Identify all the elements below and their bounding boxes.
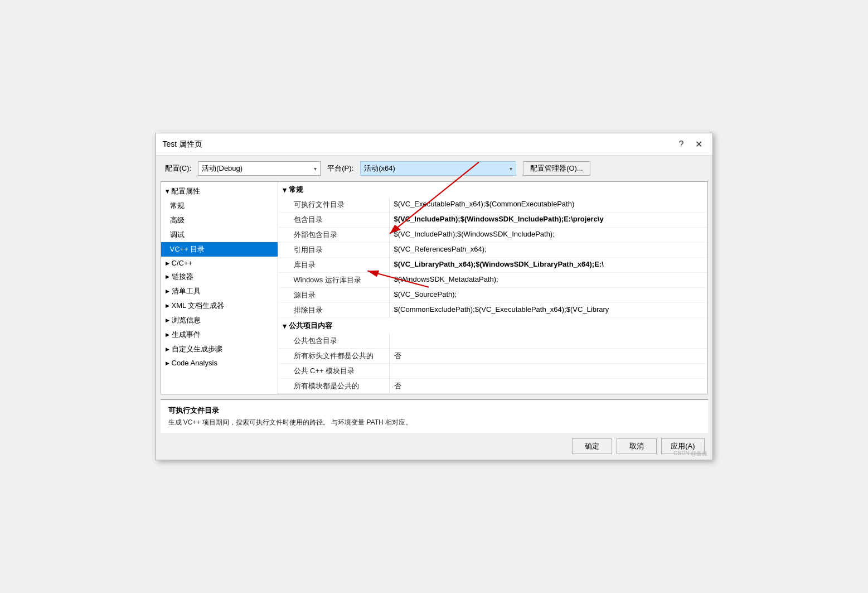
prop-value: 否 <box>390 349 707 363</box>
table-row[interactable]: 排除目录 $(CommonExcludePath);$(VC_Executabl… <box>278 303 707 318</box>
sidebar-item-label: 高级 <box>170 215 185 225</box>
prop-name: 外部包含目录 <box>278 228 390 242</box>
prop-value: $(VC_IncludePath);$(WindowsSDK_IncludePa… <box>390 213 707 227</box>
prop-value: $(WindowsSDK_MetadataPath); <box>390 273 707 287</box>
table-row[interactable]: 包含目录 $(VC_IncludePath);$(WindowsSDK_Incl… <box>278 213 707 228</box>
sidebar-item-browse[interactable]: ▶ 浏览信息 <box>161 313 278 327</box>
bottom-bar: 确定 取消 应用(A) <box>156 433 712 460</box>
platform-value: 活动(x64) <box>364 163 395 173</box>
prop-value <box>390 334 707 348</box>
table-row[interactable]: 库目录 $(VC_LibraryPath_x64);$(WindowsSDK_L… <box>278 258 707 273</box>
sidebar-item-advanced[interactable]: 高级 <box>161 213 278 228</box>
prop-name: 公共包含目录 <box>278 334 390 348</box>
properties-table: ▾ 常规 可执行文件目录 $(VC_ExecutablePath_x64);$(… <box>278 182 707 394</box>
expand-icon: ▶ <box>166 332 169 338</box>
platform-select[interactable]: 活动(x64) ▾ <box>360 161 516 176</box>
expand-icon: ▶ <box>166 346 169 352</box>
help-button[interactable]: ? <box>676 138 687 151</box>
config-select[interactable]: 活动(Debug) ▾ <box>198 161 321 176</box>
prop-name: 源目录 <box>278 288 390 302</box>
table-row[interactable]: 所有标头文件都是公共的 否 <box>278 349 707 364</box>
content-area: ▾ 常规 可执行文件目录 $(VC_ExecutablePath_x64);$(… <box>278 182 707 394</box>
title-bar-controls: ? ✕ <box>676 138 706 151</box>
sidebar-item-linker[interactable]: ▶ 链接器 <box>161 269 278 284</box>
expand-icon: ▶ <box>166 288 169 294</box>
ok-button[interactable]: 确定 <box>572 438 612 454</box>
prop-value: $(CommonExcludePath);$(VC_ExecutablePath… <box>390 303 707 317</box>
expand-icon: ▶ <box>166 261 169 266</box>
prop-value: $(VC_IncludePath);$(WindowsSDK_IncludePa… <box>390 228 707 242</box>
config-manager-button[interactable]: 配置管理器(O)... <box>523 161 590 176</box>
section-public-header[interactable]: ▾ 公共项目内容 <box>278 318 707 334</box>
sidebar-item-code-analysis[interactable]: ▶ Code Analysis <box>161 356 278 369</box>
info-description: 生成 VC++ 项目期间，搜索可执行文件时使用的路径。 与环境变量 PATH 相… <box>168 418 700 427</box>
table-row[interactable]: 所有模块都是公共的 否 <box>278 379 707 394</box>
section-collapse-icon: ▾ <box>283 186 287 194</box>
prop-name: 所有标头文件都是公共的 <box>278 349 390 363</box>
config-arrow-icon: ▾ <box>314 166 317 172</box>
sidebar-item-build-events[interactable]: ▶ 生成事件 <box>161 327 278 342</box>
sidebar-item-label: 生成事件 <box>172 330 201 340</box>
watermark: CSDN @蔷薇 <box>673 450 707 457</box>
table-row[interactable]: 可执行文件目录 $(VC_ExecutablePath_x64);$(Commo… <box>278 197 707 213</box>
section-title: 常规 <box>289 185 303 195</box>
table-row[interactable]: 公共包含目录 <box>278 334 707 349</box>
prop-value <box>390 364 707 378</box>
sidebar-item-vcpp[interactable]: VC++ 目录 <box>161 242 278 257</box>
table-row[interactable]: 引用目录 $(VC_ReferencesPath_x64); <box>278 243 707 258</box>
prop-name: 可执行文件目录 <box>278 197 390 212</box>
sidebar-item-label: 自定义生成步骤 <box>172 344 222 354</box>
sidebar-item-xml[interactable]: ▶ XML 文档生成器 <box>161 298 278 313</box>
section-general-header[interactable]: ▾ 常规 <box>278 182 707 197</box>
sidebar-item-label: 浏览信息 <box>172 315 201 325</box>
config-value: 活动(Debug) <box>202 163 243 173</box>
close-button[interactable]: ✕ <box>692 138 706 151</box>
cancel-button[interactable]: 取消 <box>617 438 657 454</box>
dialog-title: Test 属性页 <box>163 139 203 150</box>
prop-value: 否 <box>390 379 707 393</box>
prop-name: 引用目录 <box>278 243 390 257</box>
sidebar-item-label: 常规 <box>170 201 185 211</box>
sidebar-item-label: 调试 <box>170 230 185 240</box>
platform-label: 平台(P): <box>327 163 353 173</box>
prop-name: 公共 C++ 模块目录 <box>278 364 390 378</box>
platform-arrow-icon: ▾ <box>510 166 512 172</box>
table-row[interactable]: 公共 C++ 模块目录 <box>278 364 707 379</box>
section-collapse-icon: ▾ <box>283 322 287 330</box>
prop-name: Windows 运行库目录 <box>278 273 390 287</box>
expand-icon: ▶ <box>166 360 169 366</box>
sidebar-item-label: 链接器 <box>172 272 193 282</box>
sidebar-item-general[interactable]: 常规 <box>161 199 278 213</box>
table-row[interactable]: Windows 运行库目录 $(WindowsSDK_MetadataPath)… <box>278 273 707 288</box>
prop-value: $(VC_SourcePath); <box>390 288 707 302</box>
sidebar-item-label: VC++ 目录 <box>170 244 205 254</box>
title-bar: Test 属性页 ? ✕ <box>156 133 712 156</box>
sidebar-item-label: C/C++ <box>172 259 193 267</box>
sidebar-root[interactable]: ▾ 配置属性 <box>161 184 278 199</box>
prop-name: 排除目录 <box>278 303 390 317</box>
prop-value: $(VC_ReferencesPath_x64); <box>390 243 707 257</box>
config-label: 配置(C): <box>165 163 192 173</box>
sidebar-item-custom-build[interactable]: ▶ 自定义生成步骤 <box>161 342 278 356</box>
prop-value: $(VC_ExecutablePath_x64);$(CommonExecuta… <box>390 197 707 212</box>
sidebar: ▾ 配置属性 常规 高级 调试 VC++ 目录 ▶ C/C++ ▶ 链接器 <box>161 182 278 394</box>
sidebar-item-label: Code Analysis <box>172 359 217 367</box>
expand-icon: ▶ <box>166 274 169 279</box>
info-title: 可执行文件目录 <box>168 406 700 416</box>
sidebar-item-label: XML 文档生成器 <box>172 301 225 311</box>
config-row: 配置(C): 活动(Debug) ▾ 平台(P): 活动(x64) ▾ 配置管理… <box>156 156 712 181</box>
table-row[interactable]: 外部包含目录 $(VC_IncludePath);$(WindowsSDK_In… <box>278 228 707 243</box>
expand-icon: ▶ <box>166 303 169 308</box>
prop-value: $(VC_LibraryPath_x64);$(WindowsSDK_Libra… <box>390 258 707 272</box>
expand-icon: ▶ <box>166 317 169 323</box>
table-row[interactable]: 源目录 $(VC_SourcePath); <box>278 288 707 303</box>
sidebar-item-cpp[interactable]: ▶ C/C++ <box>161 257 278 269</box>
section-title: 公共项目内容 <box>289 321 332 331</box>
main-area: ▾ 配置属性 常规 高级 调试 VC++ 目录 ▶ C/C++ ▶ 链接器 <box>161 181 708 394</box>
info-bar: 可执行文件目录 生成 VC++ 项目期间，搜索可执行文件时使用的路径。 与环境变… <box>161 399 708 433</box>
sidebar-item-label: 清单工具 <box>172 286 201 296</box>
sidebar-item-debug[interactable]: 调试 <box>161 228 278 242</box>
sidebar-item-manifest[interactable]: ▶ 清单工具 <box>161 284 278 298</box>
sidebar-root-label: ▾ 配置属性 <box>166 186 201 196</box>
prop-name: 库目录 <box>278 258 390 272</box>
